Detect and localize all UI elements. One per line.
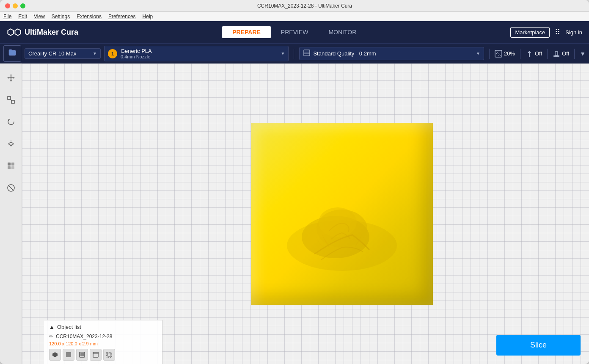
menu-preferences[interactable]: Preferences xyxy=(108,14,136,19)
svg-point-21 xyxy=(319,207,357,237)
header-tabs: PREPARE PREVIEW MONITOR xyxy=(222,26,366,38)
adhesion-icon xyxy=(553,50,560,58)
printer-name: Creality CR-10 Max xyxy=(28,50,76,57)
tool-rotate[interactable] xyxy=(3,114,19,130)
svg-rect-22 xyxy=(66,352,71,357)
adhesion-label: Off xyxy=(562,50,569,57)
toolbar-divider-5 xyxy=(574,49,575,59)
view-wireframe-icon[interactable] xyxy=(63,349,74,361)
svg-rect-13 xyxy=(11,163,14,165)
slice-button[interactable]: Slice xyxy=(496,335,581,356)
logo-text: UltiMaker Cura xyxy=(25,28,78,37)
viewport[interactable]: ▲ Object list ✏ CCR10MAX_2023-12-28 120.… xyxy=(22,63,589,364)
menu-extensions[interactable]: Extensions xyxy=(77,14,102,19)
menu-file[interactable]: File xyxy=(3,14,11,19)
model-terrain-svg xyxy=(251,123,433,305)
left-sidebar xyxy=(0,63,22,364)
svg-line-17 xyxy=(8,185,14,190)
support-icon xyxy=(526,50,533,58)
menu-edit[interactable]: Edit xyxy=(18,14,27,19)
object-view-icons xyxy=(49,349,157,361)
logo-icon: ⬡⬡ xyxy=(7,27,21,37)
adhesion-control[interactable]: Off xyxy=(553,50,569,58)
infill-value: 20% xyxy=(504,50,515,57)
object-list-panel: ▲ Object list ✏ CCR10MAX_2023-12-28 120.… xyxy=(44,320,162,364)
view-layer-icon[interactable] xyxy=(90,349,102,361)
app-window: CCR10MAX_2023-12-28 - UltiMaker Cura Fil… xyxy=(0,0,589,364)
menu-bar: File Edit View Settings Extensions Prefe… xyxy=(0,12,589,21)
grid-icon[interactable]: ⠿ xyxy=(555,28,560,37)
toolbar-divider-4 xyxy=(547,49,548,59)
material-badge: 1 xyxy=(108,49,117,58)
svg-rect-12 xyxy=(8,163,11,165)
material-selector[interactable]: 1 Generic PLA 0.4mm Nozzle ▼ xyxy=(104,46,289,61)
object-dimensions: 120.0 x 120.0 x 2.9 mm xyxy=(49,341,157,346)
object-list-header[interactable]: ▲ Object list xyxy=(49,324,157,330)
support-label: Off xyxy=(535,50,542,57)
tool-mirror[interactable] xyxy=(3,136,19,152)
svg-rect-24 xyxy=(80,353,84,356)
toolbar-divider-3 xyxy=(520,49,520,59)
close-button[interactable] xyxy=(5,3,10,8)
object-name: CCR10MAX_2023-12-28 xyxy=(56,334,112,339)
svg-rect-9 xyxy=(11,100,14,103)
open-file-button[interactable] xyxy=(3,45,21,62)
quality-chevron-icon: ▼ xyxy=(476,51,480,56)
sign-in-button[interactable]: Sign in xyxy=(565,29,582,36)
app-header: ⬡⬡ UltiMaker Cura PREPARE PREVIEW MONITO… xyxy=(0,21,589,43)
support-control[interactable]: Off xyxy=(526,50,542,58)
svg-rect-14 xyxy=(8,166,11,169)
tab-monitor[interactable]: MONITOR xyxy=(318,26,366,38)
title-bar: CCR10MAX_2023-12-28 - UltiMaker Cura xyxy=(0,0,589,12)
maximize-button[interactable] xyxy=(20,3,25,8)
toolbar-divider-1 xyxy=(294,49,294,59)
svg-rect-15 xyxy=(11,166,14,169)
svg-rect-28 xyxy=(107,353,111,356)
quality-selector[interactable]: Standard Quality - 0.2mm ▼ xyxy=(299,47,484,60)
3d-model-container xyxy=(251,123,433,305)
marketplace-button[interactable]: Marketplace xyxy=(510,27,550,38)
tool-move[interactable] xyxy=(3,70,19,85)
material-name: Generic PLA xyxy=(121,48,152,54)
svg-rect-26 xyxy=(93,352,98,357)
material-chevron-icon: ▼ xyxy=(281,51,285,56)
tool-support-blocker[interactable] xyxy=(3,180,19,196)
infill-control[interactable]: 20% xyxy=(495,50,515,58)
minimize-button[interactable] xyxy=(13,3,18,8)
traffic-lights xyxy=(5,3,25,8)
view-solid-icon[interactable] xyxy=(49,349,61,361)
tab-preview[interactable]: PREVIEW xyxy=(271,26,319,38)
printer-chevron-icon: ▼ xyxy=(93,51,97,56)
header-right: Marketplace ⠿ Sign in xyxy=(510,27,582,38)
svg-line-10 xyxy=(11,99,11,100)
view-ghost-icon[interactable] xyxy=(103,349,115,361)
window-title: CCR10MAX_2023-12-28 - UltiMaker Cura xyxy=(25,3,584,9)
object-list-item: ✏ CCR10MAX_2023-12-28 xyxy=(49,333,157,340)
logo: ⬡⬡ UltiMaker Cura xyxy=(7,27,78,37)
tab-prepare[interactable]: PREPARE xyxy=(222,26,271,38)
tool-scale[interactable] xyxy=(3,92,19,108)
menu-help[interactable]: Help xyxy=(143,14,153,19)
svg-rect-8 xyxy=(8,97,11,99)
printer-selector[interactable]: Creality CR-10 Max ▼ xyxy=(25,48,101,59)
view-xray-icon[interactable] xyxy=(76,349,88,361)
tool-arrange[interactable] xyxy=(3,158,19,174)
folder-icon xyxy=(8,48,17,57)
menu-settings[interactable]: Settings xyxy=(52,14,70,19)
toolbar-divider-2 xyxy=(489,49,490,59)
svg-rect-0 xyxy=(304,50,310,56)
toolbar: Creality CR-10 Max ▼ 1 Generic PLA 0.4mm… xyxy=(0,43,589,63)
menu-view[interactable]: View xyxy=(34,14,45,19)
quality-label: Standard Quality - 0.2mm xyxy=(313,50,376,57)
main-content: ▲ Object list ✏ CCR10MAX_2023-12-28 120.… xyxy=(0,63,589,364)
infill-icon xyxy=(495,50,502,58)
object-list-title: Object list xyxy=(57,324,81,330)
edit-icon[interactable]: ✏ xyxy=(49,334,53,339)
nozzle-info: 0.4mm Nozzle xyxy=(121,54,152,59)
object-list-collapse-icon: ▲ xyxy=(49,324,55,330)
svg-line-4 xyxy=(496,52,501,56)
3d-model xyxy=(251,123,433,305)
toolbar-expand-icon[interactable]: ▼ xyxy=(580,50,586,57)
material-info: Generic PLA 0.4mm Nozzle xyxy=(121,48,152,59)
quality-icon xyxy=(303,49,311,58)
